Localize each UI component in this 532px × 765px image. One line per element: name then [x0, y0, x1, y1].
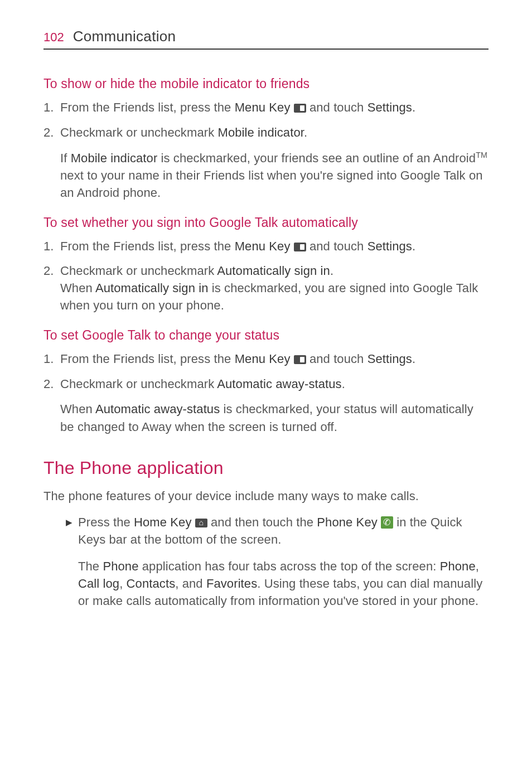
text: Checkmark or uncheckmark [60, 377, 217, 391]
term-menu-key: Menu Key [235, 100, 291, 114]
page-number: 102 [43, 30, 64, 45]
page-header: 102 Communication [43, 28, 489, 50]
text: If [60, 151, 71, 165]
step-text: Checkmark or uncheckmark Mobile indicato… [60, 124, 489, 142]
step-number: 2. [43, 376, 60, 393]
term-phone: Phone [440, 559, 476, 573]
text: . [412, 239, 415, 253]
step-text: Checkmark or uncheckmark Automatically s… [60, 263, 489, 314]
step-text: Checkmark or uncheckmark Automatic away-… [60, 376, 489, 393]
step-text: From the Friends list, press the Menu Ke… [60, 238, 489, 255]
step-item: 2. Checkmark or uncheckmark Mobile indic… [43, 124, 489, 142]
subheading-mobile-indicator: To show or hide the mobile indicator to … [43, 76, 489, 91]
step-item: 2. Checkmark or uncheckmark Automaticall… [43, 263, 489, 314]
text: When [60, 281, 95, 295]
text: application has four tabs across the top… [139, 559, 440, 573]
term-automatic-away: Automatic away-status [95, 402, 220, 416]
text: next to your name in their Friends list … [60, 168, 483, 200]
text: . [412, 352, 415, 366]
step-number: 1. [43, 351, 60, 368]
text: From the Friends list, press the [60, 352, 235, 366]
step-item: 1. From the Friends list, press the Menu… [43, 99, 489, 117]
term-phone: Phone [103, 559, 138, 573]
menu-key-icon [294, 355, 306, 364]
text: . [342, 377, 345, 391]
home-key-icon [195, 519, 207, 527]
step-item: 1. From the Friends list, press the Menu… [43, 351, 489, 368]
step-number: 2. [43, 124, 60, 142]
text: Press the [78, 515, 134, 529]
term-settings: Settings [367, 100, 412, 114]
intro-text: The phone features of your device includ… [43, 487, 489, 505]
menu-key-icon [294, 104, 306, 113]
subheading-auto-signin: To set whether you sign into Google Talk… [43, 215, 489, 230]
text: Checkmark or uncheckmark [60, 125, 217, 139]
text: Checkmark or uncheckmark [60, 264, 217, 278]
text: When [60, 402, 95, 416]
subheading-change-status: To set Google Talk to change your status [43, 328, 489, 343]
term-home-key: Home Key [134, 515, 192, 529]
step-item: 1. From the Friends list, press the Menu… [43, 238, 489, 255]
term-mobile-indicator: Mobile indicator [217, 125, 303, 139]
term-phone-key: Phone Key [317, 515, 378, 529]
step-number: 1. [43, 99, 60, 117]
term-call-log: Call log [78, 577, 119, 590]
term-auto-signin: Automatically sign in [217, 264, 330, 278]
paragraph: If Mobile indicator is checkmarked, your… [60, 149, 489, 202]
term-menu-key: Menu Key [235, 239, 291, 253]
text: From the Friends list, press the [60, 100, 235, 114]
text: and touch [306, 239, 367, 253]
heading-phone-application: The Phone application [43, 458, 489, 478]
text: From the Friends list, press the [60, 239, 235, 253]
paragraph: When Automatic away-status is checkmarke… [60, 400, 489, 435]
step-text: From the Friends list, press the Menu Ke… [60, 99, 489, 117]
bullet-item: ▶ Press the Home Key and then touch the … [66, 514, 489, 548]
text: and then touch the [207, 515, 317, 529]
text: and touch [306, 352, 367, 366]
term-menu-key: Menu Key [235, 352, 291, 366]
term-auto-signin: Automatically sign in [95, 281, 209, 295]
step-text: From the Friends list, press the Menu Ke… [60, 351, 489, 368]
text: . [412, 100, 415, 114]
term-mobile-indicator: Mobile indicator [71, 151, 158, 165]
text: The [78, 559, 103, 573]
term-automatic-away: Automatic away-status [217, 377, 341, 391]
text: . [330, 264, 333, 278]
step-number: 1. [43, 238, 60, 255]
text: is checkmarked, your friends see an outl… [157, 151, 476, 165]
text: , [119, 577, 126, 590]
bullet-follow-text: The Phone application has four tabs acro… [78, 558, 489, 610]
step-item: 2. Checkmark or uncheckmark Automatic aw… [43, 376, 489, 393]
bullet-text: Press the Home Key and then touch the Ph… [78, 514, 489, 548]
trademark-symbol: TM [476, 151, 487, 159]
term-settings: Settings [367, 352, 412, 366]
text: . [304, 125, 307, 139]
bullet-marker-icon: ▶ [66, 514, 78, 548]
text: , [476, 559, 479, 573]
term-contacts: Contacts [127, 577, 176, 590]
menu-key-icon [294, 243, 306, 251]
text: , and [175, 577, 206, 590]
text: and touch [306, 100, 367, 114]
step-number: 2. [43, 263, 60, 314]
term-favorites: Favorites [206, 577, 257, 590]
term-settings: Settings [367, 239, 412, 253]
phone-key-icon [381, 516, 393, 529]
section-title: Communication [73, 28, 176, 45]
